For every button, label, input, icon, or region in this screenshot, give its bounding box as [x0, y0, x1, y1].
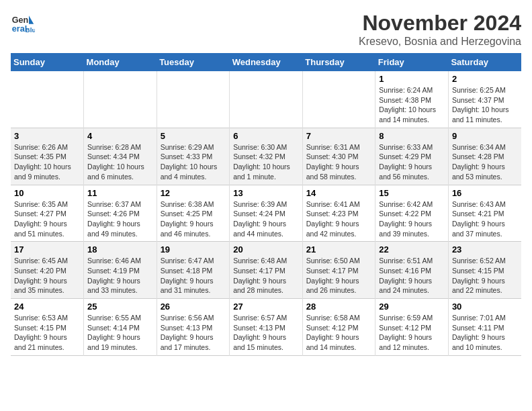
calendar-cell: 30Sunrise: 7:01 AM Sunset: 4:11 PM Dayli… — [448, 299, 521, 356]
week-row-1: 3Sunrise: 6:26 AM Sunset: 4:35 PM Daylig… — [11, 128, 521, 185]
calendar-cell: 11Sunrise: 6:37 AM Sunset: 4:26 PM Dayli… — [84, 185, 157, 242]
day-info: Sunrise: 6:28 AM Sunset: 4:34 PM Dayligh… — [87, 142, 153, 182]
day-number: 23 — [452, 244, 518, 255]
weekday-header-tuesday: Tuesday — [157, 53, 230, 71]
week-row-0: 1Sunrise: 6:24 AM Sunset: 4:38 PM Daylig… — [11, 71, 521, 128]
day-number: 7 — [306, 131, 372, 141]
calendar-cell: 17Sunrise: 6:45 AM Sunset: 4:20 PM Dayli… — [11, 242, 84, 299]
calendar-cell — [230, 71, 303, 128]
weekday-header-saturday: Saturday — [448, 53, 521, 71]
weekday-header-sunday: Sunday — [11, 53, 84, 71]
day-info: Sunrise: 6:57 AM Sunset: 4:13 PM Dayligh… — [233, 313, 299, 353]
calendar-cell — [157, 71, 230, 128]
calendar-cell: 10Sunrise: 6:35 AM Sunset: 4:27 PM Dayli… — [11, 185, 84, 242]
month-title: November 2024 — [359, 11, 521, 36]
day-number: 6 — [233, 131, 299, 141]
calendar-cell: 23Sunrise: 6:52 AM Sunset: 4:15 PM Dayli… — [448, 242, 521, 299]
day-number: 12 — [161, 188, 226, 198]
day-info: Sunrise: 6:30 AM Sunset: 4:32 PM Dayligh… — [233, 142, 299, 182]
calendar-cell — [302, 71, 375, 128]
day-info: Sunrise: 6:29 AM Sunset: 4:33 PM Dayligh… — [161, 142, 226, 182]
day-number: 4 — [87, 131, 153, 141]
day-number: 26 — [161, 302, 226, 312]
calendar-cell: 22Sunrise: 6:51 AM Sunset: 4:16 PM Dayli… — [375, 242, 449, 299]
day-info: Sunrise: 6:24 AM Sunset: 4:38 PM Dayligh… — [379, 85, 445, 125]
day-info: Sunrise: 6:39 AM Sunset: 4:24 PM Dayligh… — [233, 199, 299, 239]
week-row-3: 17Sunrise: 6:45 AM Sunset: 4:20 PM Dayli… — [11, 242, 521, 299]
calendar-cell: 12Sunrise: 6:38 AM Sunset: 4:25 PM Dayli… — [157, 185, 230, 242]
calendar-cell: 6Sunrise: 6:30 AM Sunset: 4:32 PM Daylig… — [230, 128, 303, 185]
calendar-cell: 28Sunrise: 6:58 AM Sunset: 4:12 PM Dayli… — [302, 299, 375, 356]
svg-text:Blue: Blue — [26, 26, 35, 34]
svg-marker-2 — [29, 15, 34, 24]
weekday-header-row: SundayMondayTuesdayWednesdayThursdayFrid… — [11, 53, 521, 71]
calendar-cell: 13Sunrise: 6:39 AM Sunset: 4:24 PM Dayli… — [230, 185, 303, 242]
day-info: Sunrise: 6:59 AM Sunset: 4:12 PM Dayligh… — [379, 313, 445, 353]
calendar-cell — [84, 71, 157, 128]
calendar-cell: 24Sunrise: 6:53 AM Sunset: 4:15 PM Dayli… — [11, 299, 84, 356]
week-row-2: 10Sunrise: 6:35 AM Sunset: 4:27 PM Dayli… — [11, 185, 521, 242]
day-info: Sunrise: 6:25 AM Sunset: 4:37 PM Dayligh… — [452, 85, 518, 125]
day-info: Sunrise: 6:46 AM Sunset: 4:19 PM Dayligh… — [87, 256, 153, 295]
week-row-4: 24Sunrise: 6:53 AM Sunset: 4:15 PM Dayli… — [11, 299, 521, 356]
day-info: Sunrise: 6:50 AM Sunset: 4:17 PM Dayligh… — [306, 256, 372, 295]
calendar-cell: 21Sunrise: 6:50 AM Sunset: 4:17 PM Dayli… — [302, 242, 375, 299]
weekday-header-thursday: Thursday — [302, 53, 375, 71]
weekday-header-friday: Friday — [375, 53, 449, 71]
day-info: Sunrise: 6:48 AM Sunset: 4:17 PM Dayligh… — [233, 256, 299, 295]
calendar-cell: 25Sunrise: 6:55 AM Sunset: 4:14 PM Dayli… — [84, 299, 157, 356]
day-info: Sunrise: 7:01 AM Sunset: 4:11 PM Dayligh… — [452, 313, 518, 353]
calendar-cell: 4Sunrise: 6:28 AM Sunset: 4:34 PM Daylig… — [84, 128, 157, 185]
calendar-cell: 2Sunrise: 6:25 AM Sunset: 4:37 PM Daylig… — [448, 71, 521, 128]
day-info: Sunrise: 6:42 AM Sunset: 4:22 PM Dayligh… — [379, 199, 445, 239]
day-number: 21 — [306, 244, 372, 255]
day-info: Sunrise: 6:41 AM Sunset: 4:23 PM Dayligh… — [306, 199, 372, 239]
calendar-cell — [11, 71, 84, 128]
day-number: 15 — [379, 188, 445, 198]
day-number: 16 — [452, 188, 518, 198]
calendar-cell: 19Sunrise: 6:47 AM Sunset: 4:18 PM Dayli… — [157, 242, 230, 299]
location-title: Kresevo, Bosnia and Herzegovina — [359, 36, 521, 48]
day-number: 30 — [452, 302, 518, 312]
day-number: 13 — [233, 188, 299, 198]
title-section: November 2024 Kresevo, Bosnia and Herzeg… — [359, 11, 521, 48]
calendar-cell: 8Sunrise: 6:33 AM Sunset: 4:29 PM Daylig… — [375, 128, 449, 185]
day-number: 17 — [14, 244, 80, 255]
day-number: 19 — [161, 244, 226, 255]
day-number: 18 — [87, 244, 153, 255]
calendar-cell: 29Sunrise: 6:59 AM Sunset: 4:12 PM Dayli… — [375, 299, 449, 356]
day-info: Sunrise: 6:37 AM Sunset: 4:26 PM Dayligh… — [87, 199, 153, 239]
day-info: Sunrise: 6:38 AM Sunset: 4:25 PM Dayligh… — [161, 199, 226, 239]
logo-icon: Gen eral Blue — [11, 11, 35, 35]
weekday-header-monday: Monday — [84, 53, 157, 71]
day-number: 10 — [14, 188, 80, 198]
weekday-header-wednesday: Wednesday — [230, 53, 303, 71]
calendar-cell: 20Sunrise: 6:48 AM Sunset: 4:17 PM Dayli… — [230, 242, 303, 299]
day-number: 5 — [161, 131, 226, 141]
day-info: Sunrise: 6:33 AM Sunset: 4:29 PM Dayligh… — [379, 142, 445, 182]
calendar-table: SundayMondayTuesdayWednesdayThursdayFrid… — [11, 53, 521, 356]
day-info: Sunrise: 6:51 AM Sunset: 4:16 PM Dayligh… — [379, 256, 445, 295]
day-number: 28 — [306, 302, 372, 312]
day-number: 8 — [379, 131, 445, 141]
day-info: Sunrise: 6:47 AM Sunset: 4:18 PM Dayligh… — [161, 256, 226, 295]
calendar-cell: 18Sunrise: 6:46 AM Sunset: 4:19 PM Dayli… — [84, 242, 157, 299]
day-info: Sunrise: 6:58 AM Sunset: 4:12 PM Dayligh… — [306, 313, 372, 353]
day-info: Sunrise: 6:52 AM Sunset: 4:15 PM Dayligh… — [452, 256, 518, 295]
day-number: 22 — [379, 244, 445, 255]
calendar-cell: 9Sunrise: 6:34 AM Sunset: 4:28 PM Daylig… — [448, 128, 521, 185]
calendar-cell: 27Sunrise: 6:57 AM Sunset: 4:13 PM Dayli… — [230, 299, 303, 356]
calendar-cell: 1Sunrise: 6:24 AM Sunset: 4:38 PM Daylig… — [375, 71, 449, 128]
day-info: Sunrise: 6:53 AM Sunset: 4:15 PM Dayligh… — [14, 313, 80, 353]
logo: Gen eral Blue — [11, 11, 35, 35]
day-number: 27 — [233, 302, 299, 312]
calendar-cell: 5Sunrise: 6:29 AM Sunset: 4:33 PM Daylig… — [157, 128, 230, 185]
day-info: Sunrise: 6:55 AM Sunset: 4:14 PM Dayligh… — [87, 313, 153, 353]
day-number: 20 — [233, 244, 299, 255]
day-number: 3 — [14, 131, 80, 141]
day-number: 29 — [379, 302, 445, 312]
day-info: Sunrise: 6:35 AM Sunset: 4:27 PM Dayligh… — [14, 199, 80, 239]
day-info: Sunrise: 6:26 AM Sunset: 4:35 PM Dayligh… — [14, 142, 80, 182]
day-number: 25 — [87, 302, 153, 312]
page-header: Gen eral Blue November 2024 Kresevo, Bos… — [11, 11, 521, 48]
